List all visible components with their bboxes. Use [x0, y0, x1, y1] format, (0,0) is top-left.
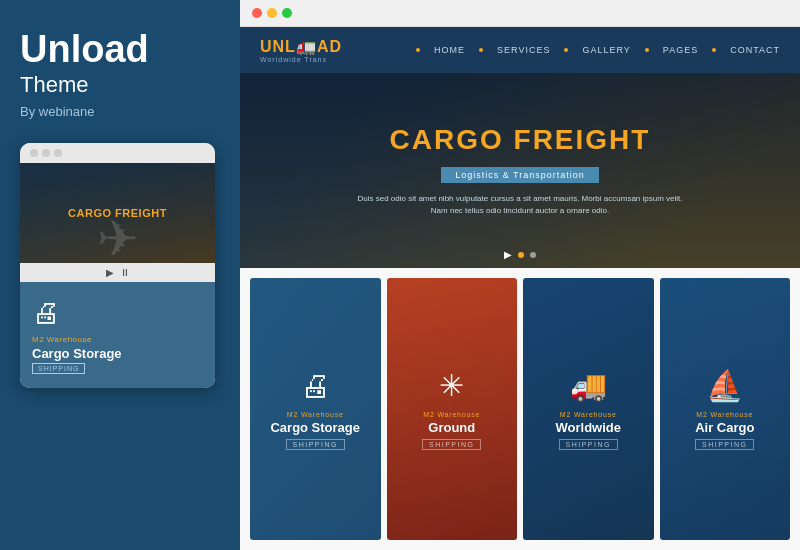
service-icon-4: ⛵	[706, 368, 743, 403]
brand-title: Unload	[20, 30, 220, 68]
right-panel: UNL🚛AD Worldwide Trans HOME SERVICES GAL…	[240, 0, 800, 550]
hero-main-title: CARGO FREIGHT	[350, 124, 690, 156]
service-icon-2: ✳	[439, 368, 464, 403]
logo-truck-icon: 🚛	[296, 38, 317, 55]
service-card-air-cargo[interactable]: ⛵ M2 Warehouse Air Cargo SHIPPING	[660, 278, 791, 540]
brand-subtitle: Theme	[20, 72, 220, 98]
service-badge-2: SHIPPING	[422, 439, 481, 450]
service-warehouse-3: M2 Warehouse	[560, 411, 617, 418]
browser-dot-yellow[interactable]	[267, 8, 277, 18]
mobile-dot-2	[42, 149, 50, 157]
service-badge-1: SHIPPING	[286, 439, 345, 450]
service-title-4: Air Cargo	[695, 420, 754, 435]
services-section: 🖨 M2 Warehouse Cargo Storage SHIPPING ✳ …	[240, 268, 800, 550]
hero-controls: ▶	[504, 249, 536, 260]
service-card-cargo-storage[interactable]: 🖨 M2 Warehouse Cargo Storage SHIPPING	[250, 278, 381, 540]
service-badge-4: SHIPPING	[695, 439, 754, 450]
mobile-hero: CARGO FREIGHT	[20, 163, 215, 263]
hero-description: Duis sed odio sit amet nibh vulputate cu…	[350, 193, 690, 217]
service-badge-3: SHIPPING	[559, 439, 618, 450]
service-warehouse-4: M2 Warehouse	[696, 411, 753, 418]
browser-dot-red[interactable]	[252, 8, 262, 18]
logo-text-unl: UNL	[260, 38, 296, 55]
nav-dot-3	[564, 48, 568, 52]
mobile-service-title: Cargo Storage	[32, 346, 122, 361]
left-panel: Unload Theme By webinane CARGO FREIGHT ▶…	[0, 0, 240, 550]
service-warehouse-1: M2 Warehouse	[287, 411, 344, 418]
nav-contact[interactable]: CONTACT	[730, 45, 780, 55]
brand-author: By webinane	[20, 104, 220, 119]
mobile-dot-1	[30, 149, 38, 157]
nav-dot-4	[645, 48, 649, 52]
mobile-hero-title: CARGO FREIGHT	[68, 207, 167, 219]
browser-dot-green[interactable]	[282, 8, 292, 18]
site-nav: HOME SERVICES GALLERY PAGES CONTACT	[416, 45, 780, 55]
logo-name: UNL🚛AD	[260, 37, 342, 56]
logo-text-ad: AD	[317, 38, 342, 55]
nav-gallery[interactable]: GALLERY	[582, 45, 630, 55]
mobile-pause-icon[interactable]: ⏸	[120, 267, 130, 278]
mobile-service-card: 🖨 M2 Warehouse Cargo Storage SHIPPING	[20, 282, 215, 388]
hero-content: CARGO FREIGHT Logistics & Transportation…	[350, 124, 690, 217]
hero-dot-2[interactable]	[530, 252, 536, 258]
mobile-bottom-bar: ▶ ⏸	[20, 263, 215, 282]
mobile-mockup: CARGO FREIGHT ▶ ⏸ 🖨 M2 Warehouse Cargo S…	[20, 143, 215, 388]
mobile-play-icon[interactable]: ▶	[106, 267, 114, 278]
browser-chrome	[240, 0, 800, 27]
site-logo: UNL🚛AD Worldwide Trans	[260, 37, 342, 63]
service-title-2: Ground	[428, 420, 475, 435]
service-card-ground[interactable]: ✳ M2 Warehouse Ground SHIPPING	[387, 278, 518, 540]
hero-badge: Logistics & Transportation	[441, 167, 599, 183]
app-wrapper: Unload Theme By webinane CARGO FREIGHT ▶…	[0, 0, 800, 550]
service-card-worldwide[interactable]: 🚚 M2 Warehouse Worldwide SHIPPING	[523, 278, 654, 540]
website-mockup: UNL🚛AD Worldwide Trans HOME SERVICES GAL…	[240, 27, 800, 550]
nav-dot-1	[416, 48, 420, 52]
service-title-1: Cargo Storage	[270, 420, 360, 435]
site-hero-section: CARGO FREIGHT Logistics & Transportation…	[240, 73, 800, 268]
service-warehouse-2: M2 Warehouse	[423, 411, 480, 418]
nav-dot-5	[712, 48, 716, 52]
nav-home[interactable]: HOME	[434, 45, 465, 55]
hero-prev-btn[interactable]: ▶	[504, 249, 512, 260]
site-header: UNL🚛AD Worldwide Trans HOME SERVICES GAL…	[240, 27, 800, 73]
service-title-3: Worldwide	[556, 420, 621, 435]
brand-section: Unload Theme By webinane	[20, 30, 220, 143]
mobile-warehouse-label: M2 Warehouse	[32, 335, 92, 344]
mobile-top-bar	[20, 143, 215, 163]
service-icon-3: 🚚	[570, 368, 607, 403]
nav-pages[interactable]: PAGES	[663, 45, 698, 55]
hero-dot-1[interactable]	[518, 252, 524, 258]
logo-tagline: Worldwide Trans	[260, 56, 342, 63]
mobile-service-badge: SHIPPING	[32, 363, 85, 374]
service-icon-1: 🖨	[300, 369, 330, 403]
mobile-dot-3	[54, 149, 62, 157]
nav-services[interactable]: SERVICES	[497, 45, 550, 55]
mobile-service-icon: 🖨	[32, 296, 60, 329]
nav-dot-2	[479, 48, 483, 52]
